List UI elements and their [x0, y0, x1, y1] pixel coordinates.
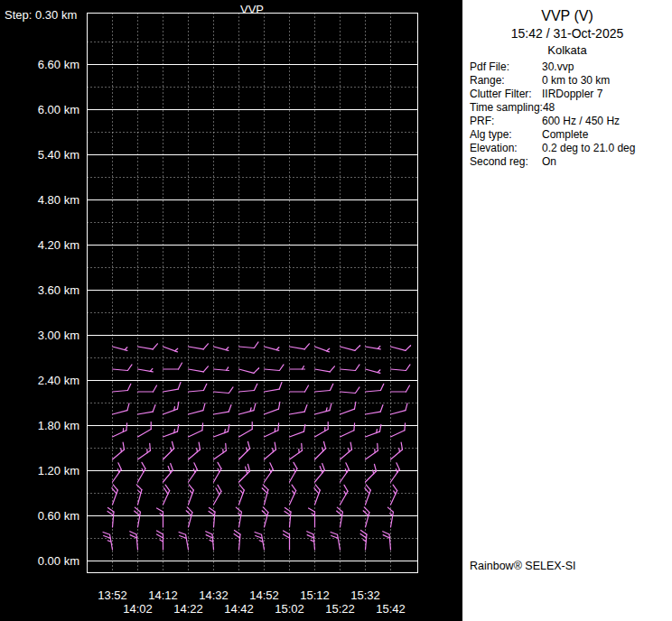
- wind-barb: [290, 344, 310, 349]
- x-axis-label: 15:12: [300, 589, 330, 602]
- info-panel: VVP (V) 15:42 / 31-Oct-2025 Kolkata Pdf …: [462, 0, 672, 621]
- wind-barb: [290, 366, 305, 369]
- wind-barb: [189, 384, 207, 392]
- wind-barb: [214, 424, 229, 437]
- wind-barb: [265, 402, 280, 414]
- field-value-1: 0 km to 30 km: [542, 74, 610, 88]
- wind-barb: [189, 403, 205, 414]
- wind-barb: [138, 405, 155, 414]
- y-axis-label: 4.80 km: [38, 193, 79, 207]
- wind-barb: [331, 533, 340, 550]
- wind-barb: [337, 507, 343, 527]
- axis-labels: 6.60 km6.00 km5.40 km4.80 km4.20 km3.60 …: [38, 58, 406, 616]
- wind-barb: [206, 532, 214, 550]
- field-value-3: 48: [543, 101, 555, 115]
- wind-barb: [189, 442, 201, 459]
- field-value-4: 600 Hz / 450 Hz: [542, 115, 620, 128]
- wind-barb: [391, 346, 411, 351]
- wind-barb: [309, 508, 315, 527]
- wind-barb: [366, 384, 384, 392]
- x-axis-label: 14:02: [123, 602, 153, 616]
- wind-barb: [138, 385, 157, 392]
- wind-barb: [360, 530, 367, 550]
- wind-barb: [366, 369, 380, 373]
- y-axis-label: 5.40 km: [38, 148, 79, 162]
- x-axis-label: 14:42: [224, 602, 254, 616]
- wind-barb: [214, 347, 229, 350]
- wind-barb: [113, 442, 125, 459]
- wind-barb: [163, 383, 181, 392]
- wind-barb: [265, 347, 279, 350]
- field-value-0: 30.vvp: [542, 60, 574, 74]
- field-label-4: PRF:: [470, 115, 542, 128]
- field-label-6: Elevation:: [470, 142, 542, 155]
- wind-barb: [265, 365, 285, 371]
- wind-barb: [314, 485, 321, 505]
- x-axis-label: 15:42: [376, 602, 406, 616]
- wind-barb: [387, 507, 393, 527]
- wind-barb: [163, 485, 170, 505]
- wind-barb: [214, 387, 234, 394]
- y-axis-label: 1.20 km: [38, 464, 79, 477]
- parameter-row: Elevation:0.2 deg to 21.0 deg: [470, 142, 670, 155]
- wind-barb: [341, 387, 360, 394]
- wind-barb: [186, 507, 192, 527]
- wind-barb: [315, 384, 333, 392]
- wind-barb: [290, 424, 305, 437]
- field-label-0: Pdf File:: [470, 60, 542, 74]
- parameter-row: PRF:600 Hz / 450 Hz: [470, 115, 670, 128]
- field-value-7: On: [542, 155, 556, 169]
- wind-barb: [214, 405, 231, 414]
- wind-barb: [307, 532, 315, 550]
- wind-barb: [366, 424, 381, 437]
- parameter-row: Alg type:Complete: [470, 128, 670, 142]
- wind-barb: [341, 365, 360, 371]
- wind-barb: [234, 530, 240, 550]
- wind-barb: [383, 532, 391, 550]
- wind-barb: [341, 402, 356, 414]
- parameter-row: Pdf File:30.vvp: [470, 60, 670, 74]
- field-value-6: 0.2 deg to 21.0 deg: [542, 142, 635, 155]
- wind-barb: [113, 463, 122, 482]
- wind-barb: [113, 384, 131, 392]
- wind-barb: [290, 485, 296, 505]
- wind-barb: [163, 347, 178, 352]
- wind-barb: [341, 442, 352, 459]
- wind-barb: [214, 367, 229, 371]
- brand-footer: Rainbow® SELEX-SI: [470, 560, 576, 572]
- field-label-3: Time sampling:: [470, 101, 543, 115]
- wind-barb: [138, 422, 152, 438]
- wind-barb: [290, 443, 303, 459]
- field-label-2: Clutter Filter:: [470, 88, 542, 101]
- wind-barb: [157, 531, 163, 550]
- y-axis-label: 4.20 km: [38, 238, 79, 252]
- y-axis-label: 6.00 km: [38, 103, 79, 116]
- wind-barb: [113, 347, 127, 350]
- wind-barb: [189, 485, 194, 505]
- wind-barb: [163, 363, 182, 369]
- wind-barb: [290, 462, 298, 482]
- wind-barb: [239, 441, 250, 459]
- y-axis-label: 0.00 km: [38, 554, 79, 568]
- wind-barb: [209, 507, 215, 527]
- wind-barb: [136, 485, 142, 505]
- wind-barb: [112, 485, 118, 505]
- wind-barb: [163, 441, 174, 459]
- parameter-row: Time sampling:48: [470, 101, 670, 115]
- wind-barb: [157, 508, 163, 527]
- wind-barb: [130, 532, 138, 550]
- wind-barb: [163, 402, 179, 414]
- wind-barb: [366, 464, 377, 482]
- wind-barb: [265, 442, 276, 459]
- wind-barb: [239, 485, 245, 505]
- product-title: VVP (V): [462, 8, 672, 24]
- wind-barb: [103, 533, 112, 550]
- field-value-5: Complete: [542, 128, 588, 142]
- wind-barb: [290, 385, 309, 392]
- product-parameters: Pdf File:30.vvpRange:0 km to 30 kmClutte…: [470, 60, 670, 169]
- wind-barb: [365, 485, 371, 505]
- wind-barb: [315, 403, 331, 414]
- grid-layer: [88, 14, 418, 573]
- field-label-7: Second reg:: [470, 155, 542, 169]
- wind-barb: [138, 462, 146, 482]
